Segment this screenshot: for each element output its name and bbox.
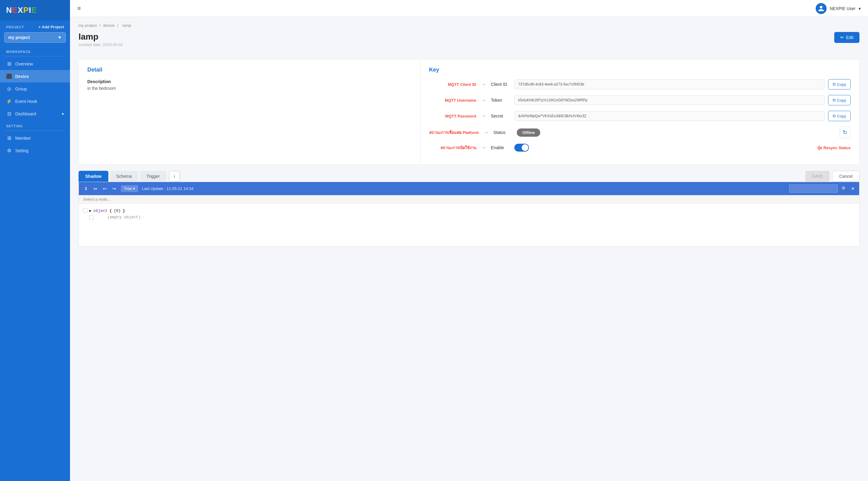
logo-n: N: [6, 5, 12, 14]
enable-row: สถานะการเปิดใช้งาน → Enable ปุ่ม Resync …: [429, 144, 851, 152]
breadcrumb-project[interactable]: my project: [79, 23, 97, 28]
sidebar-item-eventhook[interactable]: ⚡ Event Hook: [0, 95, 70, 108]
sidebar-item-device[interactable]: ⬛ Device: [0, 70, 70, 83]
mqtt-client-id-label: MQTT Client ID: [429, 82, 476, 87]
copy-token-button[interactable]: ⧉ Copy: [828, 95, 851, 105]
page-title-group: lamp created date: 2019-05-02: [79, 32, 123, 53]
dashboard-icon: ⊟: [6, 111, 12, 117]
project-select[interactable]: my project ▼: [4, 32, 66, 42]
tab-bar: Shadow Schema Trigger i: [79, 171, 180, 182]
status-row: สถานะการเชื่อมต่อ Platform → Status Offl…: [429, 127, 851, 138]
json-brace-close: }: [123, 209, 125, 213]
expand-icon[interactable]: ⇕: [83, 185, 89, 192]
sidebar-item-label: Member: [15, 136, 31, 141]
member-icon: ⊞: [6, 135, 12, 141]
tab-schema[interactable]: Schema: [110, 171, 138, 182]
edit-button[interactable]: ✏ Edit: [834, 32, 860, 43]
user-name: NEXPIE User: [830, 6, 856, 11]
project-section-label: PROJECT + Add Project: [0, 21, 70, 30]
chevron-down-icon: ▼: [58, 35, 62, 40]
resync-status-button[interactable]: ปุ่ม Resync Status: [817, 145, 851, 151]
sidebar-item-setting[interactable]: ⚙ Setting: [0, 144, 70, 157]
detail-panel: Detail Description in the bedroom: [79, 59, 421, 164]
token-field-label: Token: [491, 98, 511, 102]
redo-icon[interactable]: ↪: [112, 185, 117, 192]
tab-info-button[interactable]: i: [169, 171, 180, 182]
enable-field-label: Enable: [491, 145, 511, 150]
enable-toggle[interactable]: [514, 144, 529, 152]
hamburger-icon[interactable]: ≡: [77, 5, 81, 12]
breadcrumb-device[interactable]: device: [103, 23, 115, 28]
json-toolbar: ⇕ ⇔ ↩ ↪ Tree ▾ Last Update : 11-05-21 14…: [79, 182, 859, 195]
copy-client-id-button[interactable]: ⧉ Copy: [828, 79, 851, 90]
json-checkbox[interactable]: [83, 209, 87, 213]
save-button[interactable]: SAVE: [805, 171, 830, 182]
logo-p: P: [23, 5, 29, 14]
arrow-icon: →: [481, 113, 486, 119]
description-value: in the bedroom: [87, 86, 412, 91]
client-id-value: 737d5c96-4c83-4ee6-a273-5ec7c5f453b: [514, 80, 825, 89]
key-panel-title: Key: [429, 67, 851, 73]
content-area: my project / device / lamp lamp created …: [70, 17, 868, 481]
sidebar-item-overview[interactable]: ⊞ Overview: [0, 58, 70, 70]
status-badge: Offline: [517, 128, 540, 137]
sidebar-item-label: Setting: [15, 148, 29, 153]
copy-icon: ⧉: [833, 98, 835, 102]
sidebar-item-label: Dashboard: [15, 112, 36, 116]
json-count: {0}: [114, 209, 121, 213]
sidebar-item-dashboard[interactable]: ⊟ Dashboard ▾: [0, 108, 70, 120]
user-info[interactable]: NEXPIE User ▾: [816, 3, 861, 14]
enable-control-area: [514, 144, 813, 152]
add-project-button[interactable]: + Add Project: [38, 25, 64, 29]
cancel-button[interactable]: Cancel: [832, 171, 860, 182]
setting-icon: ⚙: [6, 148, 12, 153]
user-avatar: [816, 3, 827, 14]
json-brace-open: {: [110, 209, 112, 213]
workspace-section-label: WORKSPACE: [0, 46, 70, 55]
tabs-section: Shadow Schema Trigger i SAVE Cancel ⇕ ⇔ …: [79, 171, 860, 247]
undo-icon[interactable]: ↩: [102, 185, 108, 192]
json-empty-row: (empty object): [83, 214, 855, 220]
arrow-icon: →: [484, 130, 489, 135]
json-key-object: object: [93, 209, 108, 213]
sidebar: NEXPIE PROJECT + Add Project my project …: [0, 0, 70, 481]
project-select-wrapper: my project ▼: [0, 30, 70, 46]
arrow-icon: →: [481, 97, 486, 103]
json-checkbox-empty[interactable]: [89, 215, 93, 219]
logo-e: E: [12, 5, 18, 14]
platform-status-label: สถานะการเชื่อมต่อ Platform: [429, 129, 479, 136]
sidebar-item-label: Overview: [15, 61, 33, 66]
group-icon: ◎: [6, 86, 12, 92]
sidebar-item-group[interactable]: ◎ Group: [0, 83, 70, 95]
sidebar-item-member[interactable]: ⊞ Member: [0, 132, 70, 144]
page-title: lamp: [79, 32, 123, 42]
expand-arrow-icon[interactable]: ▶: [89, 208, 92, 213]
eventhook-icon: ⚡: [6, 98, 12, 104]
copy-secret-button[interactable]: ⧉ Copy: [828, 111, 851, 121]
client-id-field-label: Client ID: [491, 82, 511, 87]
last-update-label: Last Update : 11-05-21 14:34: [142, 186, 193, 191]
json-search-input[interactable]: [789, 184, 838, 193]
setting-section-label: SETTING: [0, 120, 70, 129]
key-panel: Key MQTT Client ID → Client ID 737d5c96-…: [421, 59, 859, 164]
main-area: ≡ NEXPIE User ▾ my project / device / la…: [70, 0, 868, 481]
topbar: ≡ NEXPIE User ▾: [70, 0, 868, 17]
tab-trigger[interactable]: Trigger: [140, 171, 166, 182]
tree-view-button[interactable]: Tree ▾: [121, 185, 138, 192]
page-subtitle: created date: 2019-05-02: [79, 42, 123, 47]
tab-shadow[interactable]: Shadow: [79, 171, 108, 182]
mqtt-password-label: MQTT Password: [429, 114, 476, 118]
refresh-icon: ↻: [843, 129, 847, 136]
json-empty-value: (empty object): [95, 215, 141, 219]
logo-i: I: [29, 5, 31, 14]
resync-icon-button[interactable]: ↻: [839, 127, 851, 138]
breadcrumb-current: lamp: [122, 23, 131, 28]
sidebar-item-label: Device: [15, 74, 29, 79]
node-select-bar: Select a node...: [79, 195, 859, 204]
collapse-icon[interactable]: ⇔: [93, 185, 98, 192]
close-search-icon[interactable]: ✕: [851, 186, 855, 191]
search-icon[interactable]: 🔍: [841, 186, 847, 191]
tree-dropdown-icon: ▾: [133, 186, 135, 191]
device-icon: ⬛: [6, 73, 12, 79]
chevron-right-icon: ▾: [62, 112, 64, 116]
